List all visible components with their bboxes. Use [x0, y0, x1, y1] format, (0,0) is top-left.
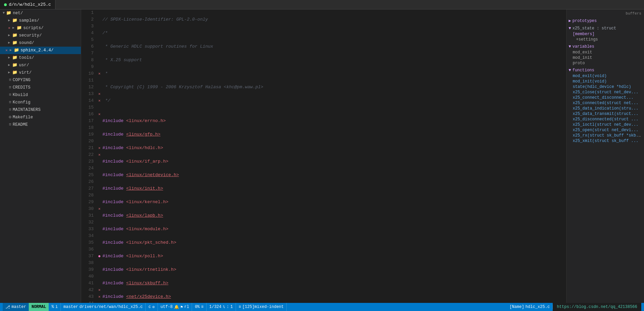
rp-x25state-label: x25_state : struct — [572, 26, 616, 31]
status-url: https://blog.csdn.net/qq_42138566 — [553, 303, 641, 311]
rp-fn-x25disc: x25_disconnected(struct ... — [567, 117, 644, 122]
sidebar-label-Kbuild: Kbuild — [13, 92, 28, 98]
sidebar-label-net: net/ — [13, 10, 23, 17]
sidebar-item-virt[interactable]: ▶ 📁 virt/ — [0, 69, 81, 76]
mode-label: NORMAL — [31, 305, 46, 309]
git-branch: master — [11, 305, 26, 309]
buffers-title: buffers — [567, 11, 644, 16]
rp-variables-header[interactable]: ▼ variables — [567, 44, 644, 50]
rp-var-proto: proto — [567, 61, 644, 66]
buffer-label: [Name] — [509, 305, 524, 309]
active-tab[interactable]: d/n/w/hdlc_x25.c — [0, 0, 55, 9]
rp-fn-state: state(hdlc_device *hdlc) — [567, 84, 644, 90]
line-icon: ι — [223, 305, 225, 309]
status-lint: ≡ [125]mixed-indent — [236, 303, 287, 311]
arrow-icon-variables: ▼ — [569, 44, 571, 49]
rp-fn-mod_init: mod_init(void) — [567, 79, 644, 84]
sidebar-label-scripts: scripts/ — [23, 25, 44, 31]
tab-dot — [4, 3, 7, 6]
rp-x25state-members: [members] — [567, 31, 644, 37]
status-bar: ⎇ master NORMAL % i master drivers/net/w… — [0, 303, 644, 311]
status-path: master drivers/net/wan/hdlc_x25.c — [61, 303, 146, 311]
rp-functions-header[interactable]: ▼ functions — [567, 67, 644, 73]
status-lang: c ⊙ — [146, 303, 158, 311]
rp-fn-x25open: x25_open(struct net_devi... — [567, 127, 644, 133]
rp-prototypes-header[interactable]: ▶ prototypes — [567, 18, 644, 24]
sidebar-item-scripts[interactable]: ✕ ▶ 📁 scripts/ — [0, 24, 81, 32]
sidebar-label-usr: usr/ — [19, 62, 29, 69]
rp-section-x25state: ▼ x25_state : struct [members] +settings — [567, 25, 644, 42]
rp-fn-x25connect: x25_connect_disconnect... — [567, 95, 644, 100]
rp-fn-mod_exit: mod_exit(void) — [567, 73, 644, 79]
status-position: 1/324 ι : 1 — [207, 303, 236, 311]
status-path-label: master — [64, 305, 78, 309]
sidebar-item-sphinx[interactable]: ✕ ▶ 📁 sphinx_2.4.4/ — [0, 47, 81, 54]
sidebar-item-usr[interactable]: ▶ 📁 usr/ — [0, 62, 81, 69]
sidebar-label-README: README — [13, 121, 28, 128]
status-file-path: drivers/net/wan/hdlc_x25.c — [79, 305, 143, 309]
sidebar-item-COPYING[interactable]: ≡ COPYING — [0, 76, 81, 84]
rp-var-mod_exit: mod_exit — [567, 50, 644, 55]
status-percent: 0% ≡ — [192, 303, 207, 311]
rp-variables-label: variables — [572, 44, 594, 49]
sidebar-label-samples: samples/ — [19, 17, 39, 24]
rp-fn-x25xmit: x25_xmit(struct sk_buff ... — [567, 138, 644, 144]
status-mode: NORMAL — [29, 303, 49, 311]
rp-fn-x25close: x25_close(struct net_dev... — [567, 90, 644, 95]
bell-icon: 🔔 — [174, 305, 179, 310]
code-container[interactable]: 12345 678910 1112131415 1617181920 21222… — [81, 9, 566, 303]
line-numbers: 12345 678910 1112131415 1617181920 21222… — [81, 9, 96, 303]
sidebar-item-MAINTAINERS[interactable]: ≡ MAINTAINERS — [0, 106, 81, 114]
sidebar-label-Kconfig: Kconfig — [13, 99, 31, 106]
lang-label: c — [148, 305, 151, 309]
sidebar-item-samples[interactable]: ▶ 📁 samples/ — [0, 17, 81, 24]
status-vim-cmd: % i — [49, 303, 61, 311]
right-panel: buffers ▶ prototypes ▼ x25_state : struc… — [566, 9, 644, 303]
sidebar-label-MAINTAINERS: MAINTAINERS — [13, 106, 41, 113]
rp-section-functions: ▼ functions mod_exit(void) mod_init(void… — [567, 67, 644, 144]
arrow-icon-x25state: ▼ — [569, 26, 571, 31]
status-right: [Name] hdlc_x25.c https://blog.csdn.net/… — [507, 303, 641, 311]
rp-x25state-header[interactable]: ▼ x25_state : struct — [567, 25, 644, 31]
editor-area: 12345 678910 1112131415 1617181920 21222… — [81, 9, 566, 303]
tab-bar: d/n/w/hdlc_x25.c — [0, 0, 644, 9]
sidebar-item-Kbuild[interactable]: ≡ Kbuild — [0, 91, 81, 99]
sidebar-item-net[interactable]: ▼ 📁 net/ — [0, 9, 81, 17]
gutter: ✕ ✕ ✕ ✕ ✕ ✕ ✕ — [96, 9, 102, 303]
sidebar-label-sphinx: sphinx_2.4.4/ — [21, 47, 54, 54]
rp-section-variables: ▼ variables mod_exit mod_init proto — [567, 44, 644, 66]
tab-label: d/n/w/hdlc_x25.c — [9, 2, 51, 7]
sidebar-label-Makefile: Makefile — [13, 114, 33, 121]
sidebar-item-Kconfig[interactable]: ≡ Kconfig — [0, 99, 81, 106]
sidebar-item-security[interactable]: ▶ 📁 security/ — [0, 32, 81, 39]
rp-functions-label: functions — [572, 68, 594, 73]
lint-icon: ≡ — [239, 305, 241, 309]
sidebar-item-README[interactable]: ≡ README — [0, 121, 81, 128]
git-icon: ⎇ — [5, 305, 10, 310]
sidebar-item-CREDITS[interactable]: ≡ CREDITS — [0, 84, 81, 91]
main-content: ▼ 📁 net/ ▶ 📁 samples/ ✕ ▶ 📁 scripts/ ▶ 📁… — [0, 9, 644, 303]
arrow-icon-prototypes: ▶ — [569, 18, 571, 23]
sidebar-item-Makefile[interactable]: ⚙ Makefile — [0, 114, 81, 121]
flag-icon: ⚑ — [181, 305, 183, 310]
encoding-label: utf-8 — [161, 305, 173, 309]
rp-x25state-settings: +settings — [567, 37, 644, 42]
sidebar: ▼ 📁 net/ ▶ 📁 samples/ ✕ ▶ 📁 scripts/ ▶ 📁… — [0, 9, 81, 303]
sidebar-label-sound: sound/ — [19, 40, 34, 46]
rp-section-prototypes: ▶ prototypes — [567, 18, 644, 24]
sidebar-label-virt: virt/ — [19, 69, 32, 76]
code-content[interactable]: // SPDX-License-Identifier: GPL-2.0-only… — [102, 9, 566, 303]
sidebar-item-sound[interactable]: ▶ 📁 sound/ — [0, 39, 81, 47]
rp-prototypes-label: prototypes — [572, 19, 597, 23]
rp-fn-x25data_ind: x25_data_indication(stru... — [567, 106, 644, 111]
status-buffer: [Name] hdlc_x25.c — [507, 305, 553, 309]
circle-icon: ⊙ — [152, 305, 155, 310]
bar-icon: ≡ — [201, 305, 204, 309]
vim-cmd: % — [51, 305, 54, 309]
sidebar-item-tools[interactable]: ▶ 📁 tools/ — [0, 54, 81, 62]
rp-fn-x25connected: x25_connected(struct net... — [567, 100, 644, 106]
status-git: ⎇ master — [3, 303, 29, 311]
url-label: https://blog.csdn.net/qq_42138566 — [557, 305, 637, 309]
sidebar-label-CREDITS: CREDITS — [13, 84, 31, 91]
rp-fn-x25ioctl: x25_ioctl(struct net_dev... — [567, 122, 644, 127]
